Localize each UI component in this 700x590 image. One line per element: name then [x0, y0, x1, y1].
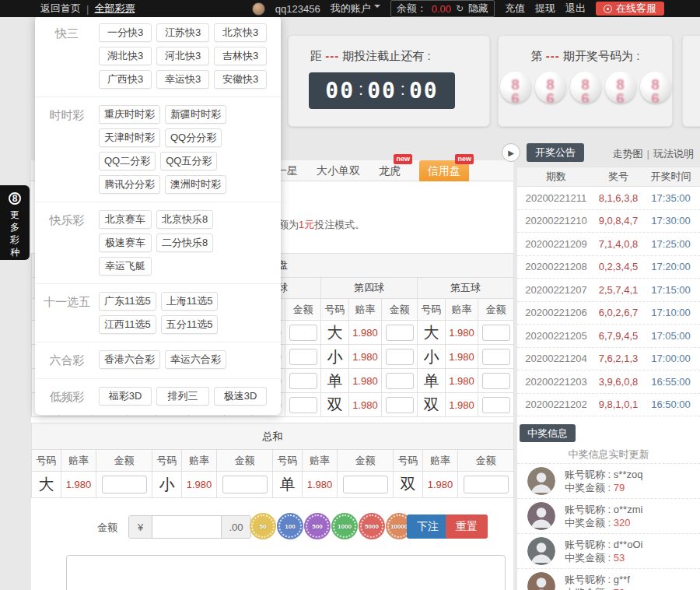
- carousel-play-button[interactable]: ▶: [502, 143, 520, 162]
- lottery-link-澳洲时时彩[interactable]: 澳洲时时彩: [165, 175, 226, 194]
- sum-odds: 1.980: [61, 472, 96, 498]
- sum-option-单[interactable]: 单: [273, 472, 303, 498]
- back-home-link[interactable]: 返回首页: [40, 2, 81, 16]
- logout-link[interactable]: 退出: [565, 2, 586, 16]
- lottery-link-香港六合彩[interactable]: 香港六合彩: [99, 350, 160, 369]
- rules-link[interactable]: 玩法说明: [653, 148, 694, 160]
- bet-option-大[interactable]: 大: [418, 321, 446, 345]
- bet-option-单[interactable]: 单: [418, 369, 446, 393]
- lottery-link-北京快3[interactable]: 北京快3: [214, 23, 267, 42]
- menu-category-label: 快三: [35, 23, 99, 89]
- recharge-link[interactable]: 充值: [505, 2, 525, 16]
- lottery-link-安徽快3[interactable]: 安徽快3: [214, 70, 267, 89]
- sum-option-双[interactable]: 双: [394, 472, 423, 498]
- result-period: 20200221204: [517, 353, 595, 364]
- lottery-link-江苏快3[interactable]: 江苏快3: [156, 23, 209, 42]
- bet-option-小[interactable]: 小: [418, 345, 446, 369]
- lottery-link-重庆时时彩[interactable]: 重庆时时彩: [99, 105, 160, 124]
- result-time: 16:55:00: [642, 376, 700, 388]
- tab-龙虎[interactable]: 龙虎new: [379, 160, 401, 181]
- refresh-icon[interactable]: ↻: [456, 3, 464, 14]
- place-bet-button[interactable]: 下注: [407, 514, 449, 539]
- lottery-link-广西快3[interactable]: 广西快3: [99, 70, 152, 89]
- bet-amount-cell: [478, 321, 514, 345]
- bet-amount-input[interactable]: [386, 349, 414, 365]
- bet-amount-input[interactable]: [289, 373, 317, 389]
- lottery-link-广东11选5[interactable]: 广东11选5: [99, 292, 156, 311]
- lottery-link-QQ二分彩[interactable]: QQ二分彩: [99, 152, 156, 170]
- lottery-link-北京快乐8[interactable]: 北京快乐8: [156, 210, 213, 229]
- bet-amount-input[interactable]: [386, 397, 414, 413]
- bet-amount-input[interactable]: [289, 397, 317, 413]
- lottery-link-极速3D[interactable]: 极速3D: [214, 387, 267, 406]
- timer-seconds: 00: [409, 78, 439, 104]
- bet-amount-input[interactable]: [386, 373, 414, 389]
- menu-section: 低频彩 福彩3D排列三极速3D: [35, 379, 281, 415]
- trend-chart-link[interactable]: 走势图: [613, 148, 643, 160]
- tab-大小单双[interactable]: 大小单双: [317, 160, 360, 181]
- bet-amount-cell: [285, 393, 321, 417]
- sum-option-小[interactable]: 小: [152, 472, 182, 498]
- lottery-link-腾讯分分彩[interactable]: 腾讯分分彩: [99, 175, 160, 194]
- lottery-link-幸运六合彩[interactable]: 幸运六合彩: [165, 350, 226, 369]
- bet-amount-input[interactable]: [482, 349, 510, 365]
- bet-slip-area[interactable]: [66, 555, 506, 590]
- more-lottery-tab[interactable]: 8 更多彩种: [0, 185, 30, 260]
- lottery-link-QQ五分彩[interactable]: QQ五分彩: [160, 152, 217, 170]
- lottery-link-新疆时时彩[interactable]: 新疆时时彩: [165, 105, 226, 124]
- lottery-link-五分11选5[interactable]: 五分11选5: [161, 315, 219, 334]
- bet-amount-input[interactable]: [386, 325, 414, 341]
- lottery-link-吉林快3[interactable]: 吉林快3: [214, 47, 267, 65]
- chip-5000[interactable]: 5000: [360, 514, 383, 538]
- sum-option-大[interactable]: 大: [32, 472, 61, 498]
- draw-announcement-button[interactable]: 开奖公告: [527, 143, 584, 162]
- bet-amount-input[interactable]: [482, 373, 510, 389]
- lottery-link-北京赛车[interactable]: 北京赛车: [99, 210, 152, 229]
- chip-row: 501005001000500010000: [251, 514, 411, 538]
- bet-amount-input[interactable]: [289, 349, 317, 365]
- chip-50[interactable]: 50: [251, 514, 275, 538]
- hide-balance-button[interactable]: 隐藏: [468, 2, 488, 16]
- lottery-link-江西11选5[interactable]: 江西11选5: [99, 315, 156, 334]
- chip-500[interactable]: 500: [306, 514, 329, 538]
- my-account-menu[interactable]: 我的账户: [331, 2, 380, 16]
- bet-odds: 1.980: [349, 393, 382, 417]
- bet-amount-input[interactable]: [482, 325, 510, 341]
- amount-input[interactable]: [152, 516, 221, 538]
- bet-option-大[interactable]: 大: [321, 321, 349, 345]
- sub-column-header: 金额: [478, 299, 514, 321]
- chip-1000[interactable]: 1000: [333, 514, 356, 538]
- lottery-link-极速赛车[interactable]: 极速赛车: [99, 234, 152, 252]
- lottery-link-幸运飞艇[interactable]: 幸运飞艇: [99, 257, 152, 276]
- withdraw-link[interactable]: 提现: [535, 2, 555, 16]
- lottery-link-二分快乐8[interactable]: 二分快乐8: [156, 234, 213, 252]
- reset-button[interactable]: 重置: [446, 514, 488, 539]
- bet-option-小[interactable]: 小: [321, 345, 349, 369]
- bet-amount-input[interactable]: [289, 325, 317, 341]
- sum-amount-input[interactable]: [343, 476, 388, 493]
- bet-option-双[interactable]: 双: [418, 393, 446, 417]
- winner-name: 账号昵称 : g**f: [565, 573, 630, 586]
- bet-option-单[interactable]: 单: [321, 369, 349, 393]
- lottery-link-上海11选5[interactable]: 上海11选5: [161, 292, 219, 311]
- sum-amount-input[interactable]: [222, 476, 268, 493]
- all-lottery-dropdown: 快三 一分快3江苏快3北京快3湖北快3河北快3吉林快3广西快3幸运快3安徽快3 …: [35, 16, 281, 415]
- lottery-link-幸运快3[interactable]: 幸运快3: [156, 70, 209, 89]
- sum-amount-input[interactable]: [464, 476, 509, 493]
- sum-amount-input[interactable]: [102, 476, 147, 493]
- chip-100[interactable]: 100: [278, 514, 302, 538]
- online-service-button[interactable]: 在线客服: [596, 2, 664, 16]
- lottery-link-一分快3[interactable]: 一分快3: [99, 23, 152, 42]
- tab-信用盘[interactable]: 信用盘new: [419, 160, 469, 181]
- lottery-link-QQ分分彩[interactable]: QQ分分彩: [165, 128, 222, 147]
- lottery-link-天津时时彩[interactable]: 天津时时彩: [99, 128, 160, 147]
- bet-amount-input[interactable]: [482, 397, 510, 413]
- winner-amount: 中奖金额 : 79: [565, 586, 630, 590]
- lottery-link-排列三[interactable]: 排列三: [156, 387, 209, 406]
- lottery-link-湖北快3[interactable]: 湖北快3: [99, 47, 152, 65]
- lottery-link-河北快3[interactable]: 河北快3: [156, 47, 209, 65]
- bet-option-双[interactable]: 双: [321, 393, 349, 417]
- lottery-link-福彩3D[interactable]: 福彩3D: [99, 387, 152, 406]
- all-lottery-link[interactable]: 全部彩票: [94, 2, 135, 16]
- winner-amount: 中奖金额 : 320: [565, 516, 642, 529]
